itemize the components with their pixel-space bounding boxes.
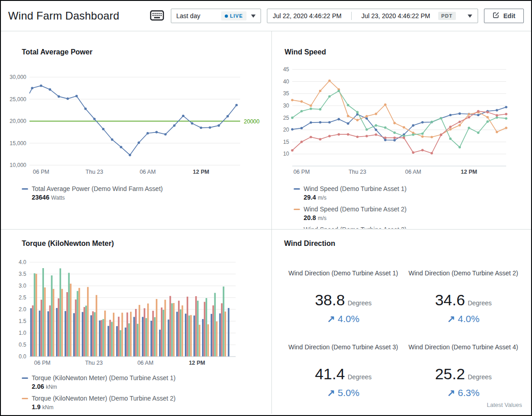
legend-item: Wind Speed (Demo Turbine Asset 1) 29.4 m… — [294, 185, 531, 202]
svg-text:06 AM: 06 AM — [140, 169, 155, 175]
svg-text:15: 15 — [283, 139, 290, 145]
live-dot-icon — [225, 15, 228, 18]
dashboard-page: Wind Farm Dashboard — [0, 0, 532, 416]
legend-label: Wind Speed (Demo Turbine Asset 3) — [304, 225, 406, 229]
legend-label: Wind Speed (Demo Turbine Asset 1) — [304, 185, 406, 193]
kpi-value: 25.2 — [435, 365, 465, 382]
series-color-dash — [22, 188, 28, 190]
trend-up-icon — [447, 387, 458, 398]
svg-text:2.5: 2.5 — [19, 294, 26, 301]
chevron-down-icon — [468, 15, 472, 18]
legend-unit: kNm — [42, 404, 53, 411]
svg-text:10,000: 10,000 — [10, 162, 26, 168]
live-badge: LIVE — [221, 11, 247, 20]
kpi-trend: 5.0% — [283, 387, 403, 398]
svg-text:Thu 23: Thu 23 — [86, 169, 103, 175]
chart-legend: Torque (KiloNewton Meter) (Demo Turbine … — [22, 374, 271, 414]
edit-button[interactable]: Edit — [484, 9, 524, 23]
legend-item: Torque (KiloNewton Meter) (Demo Turbine … — [22, 374, 271, 391]
panel-title: Total Average Power — [22, 48, 271, 56]
chart-legend: Total Average Power (Demo Wind Farm Asse… — [22, 185, 271, 205]
kpi-trend: 4.0% — [403, 313, 523, 324]
legend-unit: kNm — [46, 384, 57, 390]
keyboard-icon — [150, 10, 164, 22]
svg-text:30,000: 30,000 — [10, 74, 26, 80]
svg-text:0.0: 0.0 — [19, 353, 26, 360]
header-controls: Last day LIVE Jul 22, 2020 4:46:22 PM Ju… — [149, 9, 524, 23]
date-range-start: Jul 22, 2020 4:46:22 PM — [273, 12, 342, 20]
date-range-end: Jul 23, 2020 4:46:22 PM — [362, 12, 430, 20]
svg-text:25,000: 25,000 — [10, 96, 26, 103]
kpi-name: Wind Direction (Demo Turbine Asset 3) — [287, 343, 400, 362]
legend-value: 23646 Watts — [32, 193, 163, 202]
svg-text:2.0: 2.0 — [19, 306, 26, 313]
torque-chart[interactable]: 0.00.51.01.52.02.53.03.54.006 PMThu 2306… — [9, 253, 271, 369]
svg-text:06 AM: 06 AM — [137, 360, 153, 366]
svg-text:20,000: 20,000 — [10, 118, 26, 124]
dashboard-grid: Total Average Power 10,00015,00020,00025… — [1, 31, 531, 414]
edit-icon — [493, 12, 499, 20]
date-range-separator — [351, 12, 352, 20]
svg-text:40: 40 — [283, 78, 290, 85]
legend-item: Total Average Power (Demo Wind Farm Asse… — [22, 185, 271, 202]
legend-label: Total Average Power (Demo Wind Farm Asse… — [32, 185, 163, 193]
timeframe-select[interactable]: Last day LIVE — [171, 9, 261, 23]
dashboard-header: Wind Farm Dashboard — [1, 1, 531, 31]
timezone-badge: PDT — [438, 12, 456, 20]
svg-text:10: 10 — [283, 151, 290, 157]
svg-text:06 PM: 06 PM — [33, 169, 49, 175]
series-color-dash — [22, 377, 28, 379]
kpi-cell: Wind Direction (Demo Turbine Asset 4) 25… — [403, 343, 523, 398]
legend-value: 29.4 m/s — [304, 193, 406, 202]
date-range-picker[interactable]: Jul 22, 2020 4:46:22 PM Jul 23, 2020 4:4… — [267, 9, 478, 23]
kpi-name: Wind Direction (Demo Turbine Asset 2) — [407, 269, 520, 288]
keyboard-shortcuts-button[interactable] — [149, 9, 165, 23]
svg-text:Thu 23: Thu 23 — [348, 169, 366, 175]
kpi-grid: Wind Direction (Demo Turbine Asset 1) 38… — [283, 269, 531, 398]
kpi-unit: Degrees — [468, 373, 492, 381]
legend-value: 2.06 kNm — [32, 382, 175, 392]
legend-label: Torque (KiloNewton Meter) (Demo Turbine … — [32, 394, 175, 403]
svg-text:Thu 23: Thu 23 — [85, 360, 103, 366]
total-average-power-chart[interactable]: 10,00015,00020,00025,00030,0002000006 PM… — [9, 66, 271, 181]
svg-text:1.5: 1.5 — [19, 318, 26, 324]
legend-label: Wind Speed (Demo Turbine Asset 2) — [304, 205, 406, 214]
legend-value: 20.8 m/s — [304, 214, 406, 223]
kpi-trend: 6.3% — [403, 387, 523, 398]
panel-wind-speed: Wind Speed 101520253035404506 PMThu 2306… — [271, 31, 531, 229]
svg-text:06 PM: 06 PM — [34, 360, 50, 366]
kpi-unit: Degrees — [468, 299, 492, 307]
svg-text:3.5: 3.5 — [19, 271, 26, 277]
series-color-dash — [22, 398, 28, 399]
svg-text:0.5: 0.5 — [19, 342, 26, 348]
svg-text:12 PM: 12 PM — [189, 360, 205, 366]
panel-torque: Torque (KiloNewton Meter) 0.00.51.01.52.… — [1, 229, 271, 414]
page-title: Wind Farm Dashboard — [8, 10, 119, 22]
svg-text:25: 25 — [283, 115, 290, 121]
panel-wind-direction: Wind Direction Wind Direction (Demo Turb… — [271, 229, 531, 414]
panel-title: Wind Direction — [284, 239, 531, 248]
legend-unit: m/s — [318, 195, 326, 201]
kpi-cell: Wind Direction (Demo Turbine Asset 3) 41… — [283, 343, 403, 398]
kpi-value: 41.4 — [315, 365, 345, 382]
svg-text:3.0: 3.0 — [19, 283, 26, 289]
trend-up-icon — [327, 313, 338, 324]
chart-legend: Wind Speed (Demo Turbine Asset 1) 29.4 m… — [294, 185, 531, 229]
svg-text:12 PM: 12 PM — [461, 169, 477, 175]
trend-up-icon — [327, 387, 338, 398]
trend-up-icon — [447, 313, 458, 324]
kpi-trend: 4.0% — [283, 313, 403, 324]
svg-text:1.0: 1.0 — [19, 330, 26, 336]
kpi-unit: Degrees — [348, 299, 372, 307]
kpi-name: Wind Direction (Demo Turbine Asset 1) — [287, 269, 400, 288]
svg-text:45: 45 — [283, 66, 290, 73]
series-color-dash — [294, 188, 300, 190]
panel-title: Torque (KiloNewton Meter) — [22, 239, 271, 248]
legend-unit: m/s — [318, 215, 326, 221]
latest-values-footnote: Latest Values — [487, 401, 522, 408]
svg-text:4.0: 4.0 — [19, 259, 26, 265]
wind-speed-chart[interactable]: 101520253035404506 PMThu 2306 AM12 PM — [280, 66, 531, 181]
kpi-unit: Degrees — [348, 373, 372, 381]
legend-label: Torque (KiloNewton Meter) (Demo Turbine … — [32, 374, 175, 382]
kpi-cell: Wind Direction (Demo Turbine Asset 1) 38… — [283, 269, 403, 324]
